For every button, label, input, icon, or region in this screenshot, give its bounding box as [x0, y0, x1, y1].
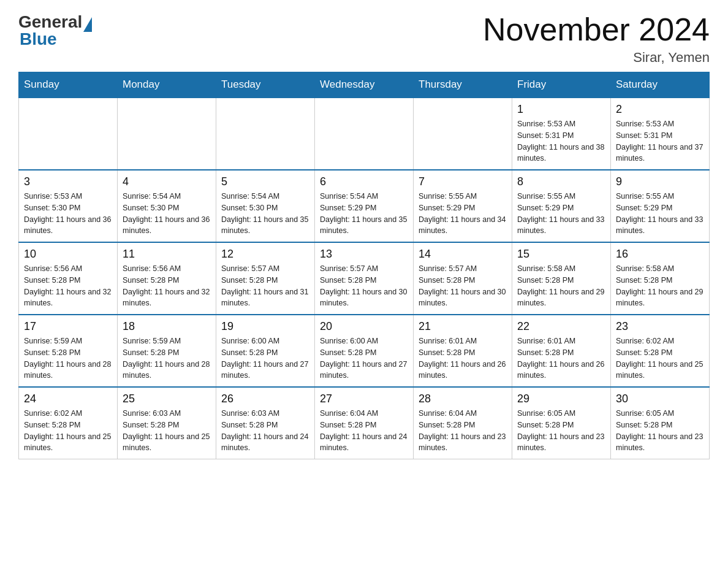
day-number: 4: [123, 175, 211, 188]
day-number: 9: [616, 175, 704, 188]
day-number: 26: [221, 393, 309, 405]
day-info: Sunrise: 6:03 AM Sunset: 5:28 PM Dayligh…: [123, 408, 211, 454]
day-number: 24: [24, 393, 112, 405]
day-number: 3: [24, 175, 112, 188]
column-header-saturday: Saturday: [611, 72, 710, 98]
day-number: 22: [517, 320, 605, 333]
day-info: Sunrise: 5:54 AM Sunset: 5:29 PM Dayligh…: [320, 191, 408, 237]
calendar-cell: 14Sunrise: 5:57 AM Sunset: 5:28 PM Dayli…: [414, 242, 512, 315]
day-info: Sunrise: 5:53 AM Sunset: 5:31 PM Dayligh…: [517, 118, 605, 164]
day-info: Sunrise: 5:54 AM Sunset: 5:30 PM Dayligh…: [221, 191, 309, 237]
calendar-week-row: 1Sunrise: 5:53 AM Sunset: 5:31 PM Daylig…: [19, 98, 710, 170]
page-header: General Blue November 2024 Sirar, Yemen: [18, 12, 710, 66]
calendar-cell: 17Sunrise: 5:59 AM Sunset: 5:28 PM Dayli…: [19, 315, 118, 387]
day-number: 18: [123, 320, 211, 333]
day-number: 13: [320, 248, 408, 261]
month-title: November 2024: [483, 12, 710, 47]
calendar-cell: 9Sunrise: 5:55 AM Sunset: 5:29 PM Daylig…: [611, 170, 710, 242]
column-header-sunday: Sunday: [19, 72, 118, 98]
calendar-cell: 15Sunrise: 5:58 AM Sunset: 5:28 PM Dayli…: [512, 242, 611, 315]
day-number: 20: [320, 320, 408, 333]
day-number: 15: [517, 248, 605, 261]
day-number: 27: [320, 393, 408, 405]
day-info: Sunrise: 5:58 AM Sunset: 5:28 PM Dayligh…: [616, 263, 704, 309]
day-number: 30: [616, 393, 704, 405]
logo: General Blue: [18, 12, 92, 49]
day-info: Sunrise: 6:00 AM Sunset: 5:28 PM Dayligh…: [221, 335, 309, 381]
day-number: 29: [517, 393, 605, 405]
calendar-cell: 3Sunrise: 5:53 AM Sunset: 5:30 PM Daylig…: [19, 170, 118, 242]
calendar-cell: [315, 98, 414, 170]
calendar-cell: 23Sunrise: 6:02 AM Sunset: 5:28 PM Dayli…: [611, 315, 710, 387]
logo-blue-text: Blue: [20, 29, 57, 49]
calendar-cell: 29Sunrise: 6:05 AM Sunset: 5:28 PM Dayli…: [512, 387, 611, 459]
day-info: Sunrise: 6:00 AM Sunset: 5:28 PM Dayligh…: [320, 335, 408, 381]
day-info: Sunrise: 5:57 AM Sunset: 5:28 PM Dayligh…: [320, 263, 408, 309]
column-header-friday: Friday: [512, 72, 611, 98]
calendar-cell: 13Sunrise: 5:57 AM Sunset: 5:28 PM Dayli…: [315, 242, 414, 315]
calendar-table: SundayMondayTuesdayWednesdayThursdayFrid…: [18, 72, 710, 459]
calendar-cell: 21Sunrise: 6:01 AM Sunset: 5:28 PM Dayli…: [414, 315, 512, 387]
calendar-header-row: SundayMondayTuesdayWednesdayThursdayFrid…: [19, 72, 710, 98]
day-info: Sunrise: 6:02 AM Sunset: 5:28 PM Dayligh…: [616, 335, 704, 381]
day-number: 8: [517, 175, 605, 188]
day-info: Sunrise: 5:55 AM Sunset: 5:29 PM Dayligh…: [517, 191, 605, 237]
column-header-thursday: Thursday: [414, 72, 512, 98]
column-header-monday: Monday: [118, 72, 216, 98]
calendar-cell: 28Sunrise: 6:04 AM Sunset: 5:28 PM Dayli…: [414, 387, 512, 459]
day-number: 28: [419, 393, 507, 405]
day-number: 16: [616, 248, 704, 261]
calendar-cell: 12Sunrise: 5:57 AM Sunset: 5:28 PM Dayli…: [216, 242, 315, 315]
day-number: 2: [616, 103, 704, 116]
calendar-cell: 22Sunrise: 6:01 AM Sunset: 5:28 PM Dayli…: [512, 315, 611, 387]
day-info: Sunrise: 6:05 AM Sunset: 5:28 PM Dayligh…: [517, 408, 605, 454]
calendar-cell: 27Sunrise: 6:04 AM Sunset: 5:28 PM Dayli…: [315, 387, 414, 459]
day-number: 25: [123, 393, 211, 405]
calendar-cell: 30Sunrise: 6:05 AM Sunset: 5:28 PM Dayli…: [611, 387, 710, 459]
day-info: Sunrise: 6:03 AM Sunset: 5:28 PM Dayligh…: [221, 408, 309, 454]
calendar-cell: 8Sunrise: 5:55 AM Sunset: 5:29 PM Daylig…: [512, 170, 611, 242]
day-info: Sunrise: 6:04 AM Sunset: 5:28 PM Dayligh…: [320, 408, 408, 454]
calendar-cell: 1Sunrise: 5:53 AM Sunset: 5:31 PM Daylig…: [512, 98, 611, 170]
calendar-cell: 26Sunrise: 6:03 AM Sunset: 5:28 PM Dayli…: [216, 387, 315, 459]
day-info: Sunrise: 5:55 AM Sunset: 5:29 PM Dayligh…: [616, 191, 704, 237]
calendar-cell: [414, 98, 512, 170]
day-info: Sunrise: 6:02 AM Sunset: 5:28 PM Dayligh…: [24, 408, 112, 454]
day-number: 6: [320, 175, 408, 188]
column-header-wednesday: Wednesday: [315, 72, 414, 98]
location-text: Sirar, Yemen: [483, 50, 710, 66]
day-info: Sunrise: 6:04 AM Sunset: 5:28 PM Dayligh…: [419, 408, 507, 454]
day-info: Sunrise: 5:59 AM Sunset: 5:28 PM Dayligh…: [123, 335, 211, 381]
calendar-cell: 24Sunrise: 6:02 AM Sunset: 5:28 PM Dayli…: [19, 387, 118, 459]
day-number: 12: [221, 248, 309, 261]
day-info: Sunrise: 5:53 AM Sunset: 5:31 PM Dayligh…: [616, 118, 704, 164]
title-area: November 2024 Sirar, Yemen: [483, 12, 710, 66]
calendar-cell: 11Sunrise: 5:56 AM Sunset: 5:28 PM Dayli…: [118, 242, 216, 315]
day-info: Sunrise: 5:55 AM Sunset: 5:29 PM Dayligh…: [419, 191, 507, 237]
day-number: 5: [221, 175, 309, 188]
calendar-week-row: 24Sunrise: 6:02 AM Sunset: 5:28 PM Dayli…: [19, 387, 710, 459]
calendar-cell: 7Sunrise: 5:55 AM Sunset: 5:29 PM Daylig…: [414, 170, 512, 242]
day-info: Sunrise: 6:01 AM Sunset: 5:28 PM Dayligh…: [419, 335, 507, 381]
calendar-cell: 16Sunrise: 5:58 AM Sunset: 5:28 PM Dayli…: [611, 242, 710, 315]
calendar-cell: 6Sunrise: 5:54 AM Sunset: 5:29 PM Daylig…: [315, 170, 414, 242]
day-number: 14: [419, 248, 507, 261]
calendar-week-row: 10Sunrise: 5:56 AM Sunset: 5:28 PM Dayli…: [19, 242, 710, 315]
day-info: Sunrise: 6:01 AM Sunset: 5:28 PM Dayligh…: [517, 335, 605, 381]
calendar-cell: 25Sunrise: 6:03 AM Sunset: 5:28 PM Dayli…: [118, 387, 216, 459]
calendar-cell: 10Sunrise: 5:56 AM Sunset: 5:28 PM Dayli…: [19, 242, 118, 315]
day-info: Sunrise: 5:56 AM Sunset: 5:28 PM Dayligh…: [24, 263, 112, 309]
day-info: Sunrise: 5:59 AM Sunset: 5:28 PM Dayligh…: [24, 335, 112, 381]
day-info: Sunrise: 5:56 AM Sunset: 5:28 PM Dayligh…: [123, 263, 211, 309]
calendar-cell: [216, 98, 315, 170]
calendar-cell: [118, 98, 216, 170]
calendar-cell: 4Sunrise: 5:54 AM Sunset: 5:30 PM Daylig…: [118, 170, 216, 242]
day-info: Sunrise: 5:53 AM Sunset: 5:30 PM Dayligh…: [24, 191, 112, 237]
calendar-week-row: 3Sunrise: 5:53 AM Sunset: 5:30 PM Daylig…: [19, 170, 710, 242]
calendar-cell: 5Sunrise: 5:54 AM Sunset: 5:30 PM Daylig…: [216, 170, 315, 242]
day-info: Sunrise: 5:57 AM Sunset: 5:28 PM Dayligh…: [419, 263, 507, 309]
calendar-cell: 19Sunrise: 6:00 AM Sunset: 5:28 PM Dayli…: [216, 315, 315, 387]
calendar-cell: 20Sunrise: 6:00 AM Sunset: 5:28 PM Dayli…: [315, 315, 414, 387]
calendar-cell: 18Sunrise: 5:59 AM Sunset: 5:28 PM Dayli…: [118, 315, 216, 387]
calendar-cell: 2Sunrise: 5:53 AM Sunset: 5:31 PM Daylig…: [611, 98, 710, 170]
